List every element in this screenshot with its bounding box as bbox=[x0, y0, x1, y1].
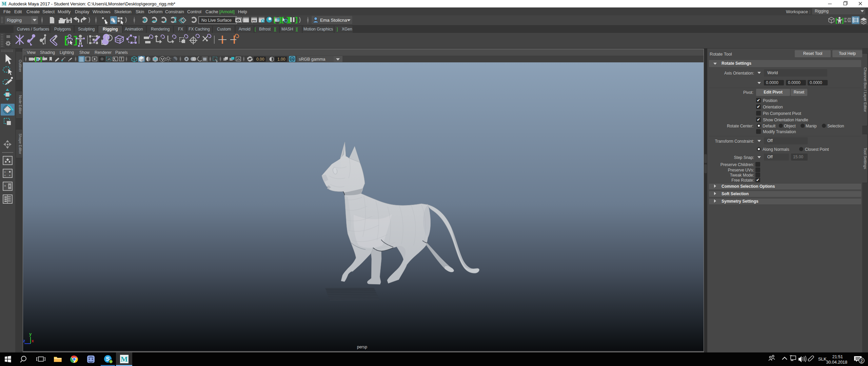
svg-text:No Live Surface: No Live Surface bbox=[201, 18, 232, 23]
svg-text:Ema Stolicna: Ema Stolicna bbox=[320, 18, 347, 23]
svg-text:30.04.2018: 30.04.2018 bbox=[826, 360, 847, 365]
svg-text:IPR: IPR bbox=[252, 19, 256, 22]
svg-text:ON: ON bbox=[291, 58, 294, 60]
svg-text:x: x bbox=[32, 339, 34, 343]
svg-text:+: + bbox=[4, 174, 6, 177]
svg-text:2: 2 bbox=[861, 359, 863, 363]
svg-text:sRGB gamma: sRGB gamma bbox=[299, 57, 326, 62]
svg-text:z: z bbox=[23, 338, 25, 343]
svg-text:Rigging: Rigging bbox=[7, 18, 22, 23]
svg-text:SLK: SLK bbox=[818, 357, 827, 362]
svg-text:]: ] bbox=[73, 35, 79, 46]
svg-text:1.00: 1.00 bbox=[277, 57, 285, 62]
svg-text:M: M bbox=[121, 355, 128, 363]
svg-text:21:51: 21:51 bbox=[832, 354, 843, 359]
svg-text:T: T bbox=[120, 57, 122, 61]
svg-text:]: ] bbox=[294, 16, 299, 24]
svg-text:0.00: 0.00 bbox=[256, 57, 264, 62]
svg-text:+: + bbox=[4, 184, 6, 188]
svg-text:y: y bbox=[29, 331, 32, 337]
svg-text:M: M bbox=[2, 1, 6, 6]
svg-text:+: + bbox=[4, 170, 6, 174]
svg-text:+: + bbox=[9, 174, 11, 177]
